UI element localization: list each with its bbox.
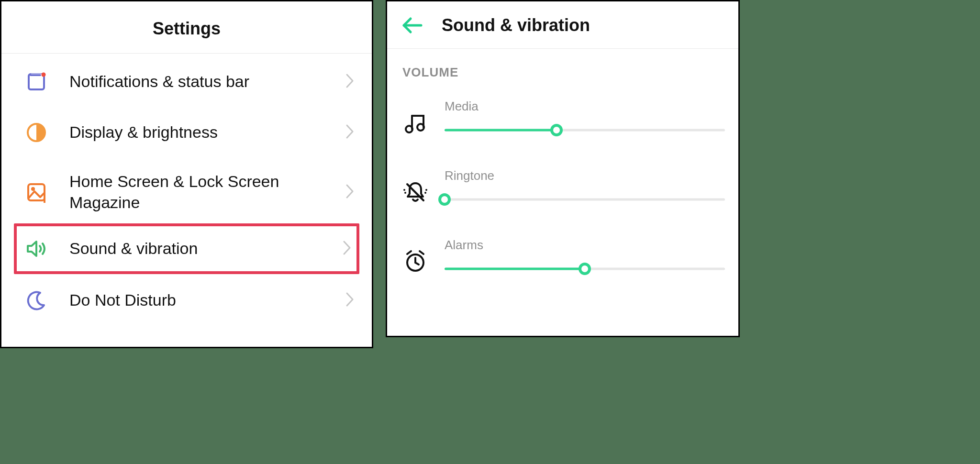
alarm-clock-icon [402, 249, 428, 275]
bell-muted-icon [402, 179, 428, 205]
svg-point-6 [31, 187, 35, 191]
slider-track-fill [445, 129, 557, 132]
settings-item-sound-vibration[interactable]: Sound & vibration [14, 223, 359, 274]
chevron-right-icon [345, 291, 356, 309]
notification-rect-icon [24, 70, 48, 94]
volume-section-heading: VOLUME [401, 65, 725, 80]
brightness-half-icon [24, 121, 48, 144]
svg-point-3 [42, 73, 46, 77]
settings-list: Notifications & status bar Display & bri… [1, 54, 372, 326]
settings-item-home-screen[interactable]: Home Screen & Lock Screen Magazine [1, 158, 372, 226]
volume-row-media: Media [401, 99, 725, 136]
settings-title: Settings [1, 1, 372, 54]
alarms-volume-slider[interactable] [445, 263, 725, 275]
svg-line-18 [415, 263, 419, 265]
ringtone-volume-slider[interactable] [445, 194, 725, 205]
slider-track-fill [445, 268, 585, 270]
sound-vibration-panel: Sound & vibration VOLUME Media [386, 0, 740, 337]
slider-label: Media [445, 99, 725, 114]
settings-item-label: Notifications & status bar [69, 71, 324, 92]
sound-vibration-header: Sound & vibration [387, 1, 738, 49]
settings-item-label: Sound & vibration [69, 238, 321, 259]
sound-vibration-body: VOLUME Media [387, 49, 738, 288]
back-button[interactable] [401, 14, 423, 37]
speaker-icon [24, 237, 48, 261]
settings-item-label: Home Screen & Lock Screen Magazine [69, 171, 324, 213]
volume-row-alarms: Alarms [401, 238, 725, 275]
settings-item-display[interactable]: Display & brightness [1, 107, 372, 158]
slider-thumb[interactable] [438, 193, 451, 206]
moon-icon [24, 288, 48, 312]
settings-item-do-not-disturb[interactable]: Do Not Disturb [1, 271, 372, 326]
svg-line-20 [420, 251, 423, 254]
media-volume-slider[interactable] [445, 124, 725, 136]
sound-vibration-title: Sound & vibration [442, 15, 590, 35]
settings-item-notifications[interactable]: Notifications & status bar [1, 56, 372, 107]
slider-track-bg [445, 199, 725, 201]
chevron-right-icon [342, 240, 353, 258]
slider-label: Alarms [445, 238, 725, 253]
chevron-right-icon [345, 123, 356, 142]
music-note-icon [402, 110, 428, 136]
arrow-left-icon [401, 16, 423, 35]
settings-panel: Settings Notifications & status bar [0, 0, 373, 348]
slider-thumb[interactable] [579, 263, 591, 275]
home-magazine-icon [24, 180, 48, 204]
settings-item-label: Do Not Disturb [69, 290, 324, 311]
svg-line-19 [407, 251, 411, 254]
volume-row-ringtone: Ringtone [401, 168, 725, 205]
chevron-right-icon [345, 73, 356, 91]
chevron-right-icon [345, 183, 356, 201]
slider-thumb[interactable] [550, 124, 563, 136]
settings-item-label: Display & brightness [69, 122, 324, 143]
slider-label: Ringtone [445, 168, 725, 183]
